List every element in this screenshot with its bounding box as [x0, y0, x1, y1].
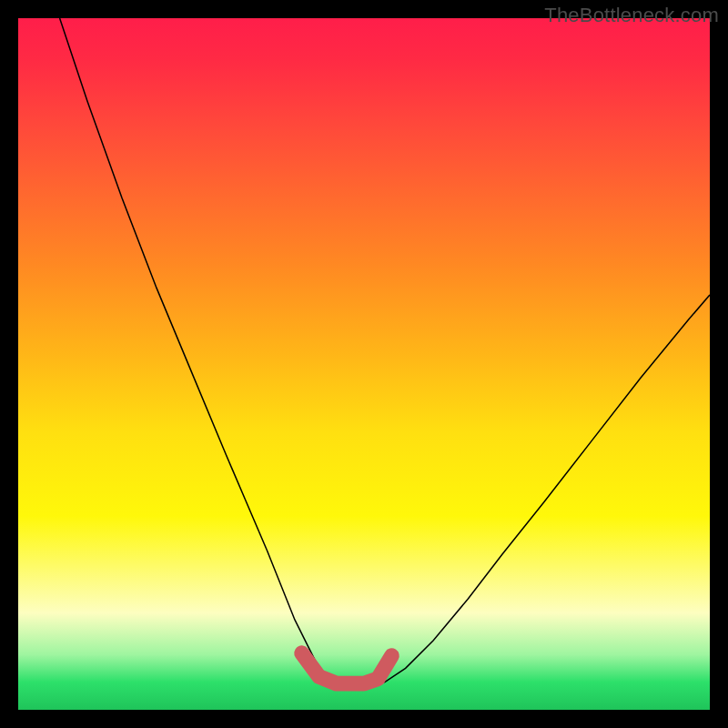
valley-marker-line: [302, 653, 392, 683]
chart-frame: TheBottleneck.com: [0, 0, 728, 728]
chart-svg: [18, 18, 710, 710]
watermark-text: TheBottleneck.com: [544, 4, 719, 27]
plot-area: [18, 18, 710, 710]
curve-line: [60, 18, 710, 685]
